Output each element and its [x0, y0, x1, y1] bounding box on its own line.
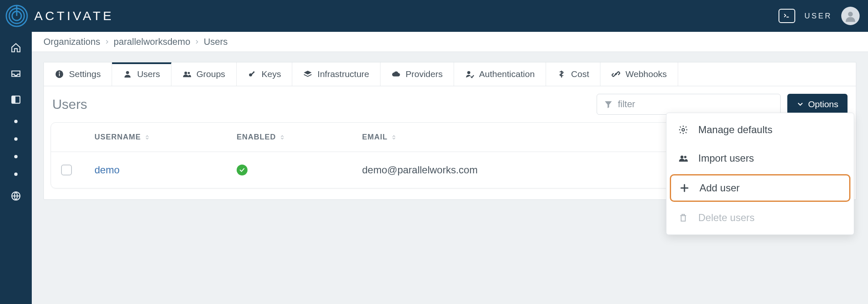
users-icon: [677, 153, 689, 163]
tab-label: Cost: [571, 69, 589, 79]
top-right: USER: [779, 7, 860, 25]
tab-webhooks[interactable]: Webhooks: [600, 62, 678, 86]
menu-label: Manage defaults: [698, 124, 772, 136]
main-area: Organizations parallelworksdemo Users Se…: [32, 32, 868, 304]
tab-label: Users: [137, 69, 160, 79]
menu-import-users[interactable]: Import users: [666, 144, 854, 173]
brand-name: ACTIVATE: [34, 9, 114, 23]
trash-icon: [677, 213, 689, 223]
layers-icon: [303, 70, 312, 79]
tab-authentication[interactable]: Authentication: [454, 62, 546, 86]
sidebar-home-icon[interactable]: [10, 42, 22, 54]
breadcrumbs: Organizations parallelworksdemo Users: [32, 32, 868, 52]
gear-icon: [677, 125, 689, 135]
key-icon: [248, 70, 257, 79]
tab-groups[interactable]: Groups: [171, 62, 237, 86]
tab-label: Keys: [262, 69, 281, 79]
breadcrumb-item[interactable]: parallelworksdemo: [114, 36, 190, 47]
tab-infrastructure[interactable]: Infrastructure: [292, 62, 380, 86]
chevron-right-icon: [194, 39, 200, 45]
sidebar-globe-icon[interactable]: [10, 190, 22, 202]
tab-cost[interactable]: Cost: [546, 62, 600, 86]
menu-manage-defaults[interactable]: Manage defaults: [666, 116, 854, 144]
user-check-icon: [465, 70, 474, 79]
sidebar-dot-1[interactable]: [14, 120, 18, 123]
row-checkbox[interactable]: [61, 165, 72, 175]
sidebar-dot-3[interactable]: [14, 155, 18, 158]
terminal-button[interactable]: [779, 9, 795, 23]
tab-users[interactable]: Users: [112, 62, 171, 86]
tab-label: Infrastructure: [317, 69, 369, 79]
tab-keys[interactable]: Keys: [237, 62, 293, 86]
column-username[interactable]: USERNAME: [94, 133, 237, 142]
link-icon: [611, 70, 620, 79]
menu-add-user[interactable]: Add user: [670, 174, 850, 202]
filter-input[interactable]: [618, 99, 774, 110]
user-icon: [123, 70, 132, 79]
column-enabled[interactable]: ENABLED: [237, 133, 362, 142]
breadcrumb-item[interactable]: Organizations: [43, 36, 100, 47]
tabs: Settings Users Groups Keys Infrastructur…: [44, 62, 856, 86]
enabled-badge: [237, 165, 248, 175]
sidebar: [0, 32, 32, 304]
tab-label: Settings: [69, 69, 101, 79]
chevron-down-icon: [797, 100, 804, 108]
sidebar-dot-4[interactable]: [14, 173, 18, 176]
brand-logo-icon: [5, 4, 28, 28]
breadcrumb-item[interactable]: Users: [204, 36, 227, 47]
options-button[interactable]: Options: [787, 94, 848, 115]
sort-icon: [144, 134, 150, 140]
filter-box[interactable]: [597, 94, 781, 115]
menu-label: Import users: [698, 152, 754, 164]
options-label: Options: [808, 99, 838, 109]
brand: ACTIVATE: [5, 4, 114, 28]
username-link[interactable]: demo: [94, 164, 237, 176]
sort-icon: [279, 134, 285, 140]
plus-icon: [679, 183, 690, 193]
top-nav: ACTIVATE USER: [0, 0, 868, 32]
sort-icon: [391, 134, 397, 140]
info-icon: [55, 70, 64, 79]
sidebar-dot-2[interactable]: [14, 137, 18, 141]
tab-label: Authentication: [479, 69, 535, 79]
main-panel: Settings Users Groups Keys Infrastructur…: [43, 62, 856, 200]
user-avatar[interactable]: [841, 7, 860, 25]
menu-delete-users: Delete users: [666, 204, 854, 232]
sidebar-inbox-icon[interactable]: [10, 68, 22, 80]
dollar-icon: [557, 70, 566, 79]
tab-label: Groups: [197, 69, 225, 79]
options-dropdown: Manage defaults Import users Add user De…: [666, 113, 854, 235]
tab-label: Webhooks: [625, 69, 667, 79]
users-icon: [182, 70, 191, 79]
user-menu-label[interactable]: USER: [804, 12, 832, 21]
chevron-right-icon: [104, 39, 110, 45]
menu-label: Add user: [700, 182, 740, 194]
tab-providers[interactable]: Providers: [380, 62, 454, 86]
tab-settings[interactable]: Settings: [44, 62, 112, 86]
menu-label: Delete users: [698, 212, 755, 224]
tab-label: Providers: [406, 69, 443, 79]
panel-title: Users: [52, 97, 87, 112]
sidebar-panel-icon[interactable]: [10, 94, 22, 106]
funnel-icon: [604, 100, 613, 109]
cloud-icon: [391, 70, 401, 79]
